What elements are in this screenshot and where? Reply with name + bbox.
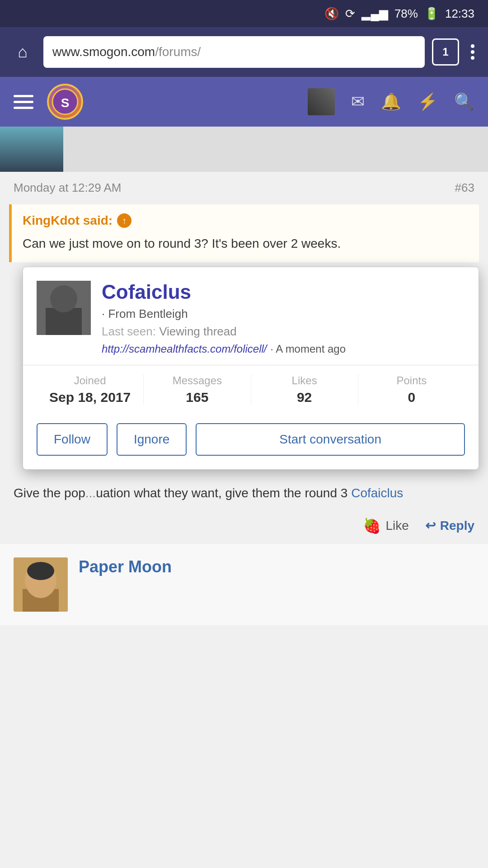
last-seen-label: Last seen: [102, 325, 156, 338]
cofaiclus-link[interactable]: Cofaiclus [351, 486, 403, 500]
quote-author: KingKdot said: ↑ [23, 213, 468, 228]
ignore-button[interactable]: Ignore [117, 423, 187, 456]
messages-label: Messages [144, 374, 250, 387]
tab-button[interactable]: 1 [432, 38, 459, 66]
profile-info: Cofaiclus · From Bentleigh Last seen: Vi… [102, 281, 465, 356]
profile-popup-overlay: Cofaiclus · From Bentleigh Last seen: Vi… [9, 267, 479, 470]
signal-icon: ▂▄▆ [361, 7, 388, 21]
stat-likes: Likes 92 [251, 374, 358, 405]
quote-block: KingKdot said: ↑ Can we just move on to … [9, 204, 479, 262]
browser-menu-button[interactable] [466, 44, 479, 60]
follow-button[interactable]: Follow [37, 423, 108, 456]
lightning-icon[interactable]: ⚡ [418, 92, 438, 111]
profile-url-line: http://scamhealthfacts.com/folicell/ · A… [102, 341, 465, 356]
reply-button[interactable]: ↩ Reply [425, 517, 474, 534]
search-icon[interactable]: 🔍 [454, 92, 474, 111]
post-meta: Monday at 12:29 AM #63 [0, 172, 488, 204]
post-body: Give the pop...uation what they want, gi… [0, 479, 488, 508]
home-icon: ⌂ [18, 42, 28, 61]
home-button[interactable]: ⌂ [9, 38, 36, 66]
start-conversation-button[interactable]: Start conversation [196, 423, 465, 456]
joined-label: Joined [37, 374, 143, 387]
points-count: 0 [358, 390, 465, 405]
mail-icon[interactable]: ✉ [351, 92, 365, 111]
last-seen-status: Viewing thread [159, 325, 237, 338]
status-bar: 🔇 ⟳ ▂▄▆ 78% 🔋 12:33 [0, 0, 488, 27]
post-timestamp: Monday at 12:29 AM [14, 181, 121, 195]
next-post-name[interactable]: Paper Moon [79, 557, 474, 576]
bell-icon[interactable]: 🔔 [381, 92, 401, 111]
quote-text: Can we just move on to round 3? It's bee… [23, 234, 468, 253]
battery-text: 78% [394, 7, 418, 21]
sync-icon: ⟳ [345, 7, 355, 21]
next-post-info: Paper Moon [79, 557, 474, 576]
profile-actions: Follow Ignore Start conversation [23, 414, 479, 469]
profile-url[interactable]: http://scamhealthfacts.com/folicell/ [102, 343, 267, 355]
points-label: Points [358, 374, 465, 387]
svg-text:S: S [61, 96, 70, 110]
app-logo[interactable]: S [47, 84, 83, 120]
url-domain: www.smogon.com [52, 45, 155, 59]
likes-count: 92 [251, 390, 358, 405]
like-label: Like [385, 519, 408, 533]
status-icons: 🔇 ⟳ ▂▄▆ 78% 🔋 12:33 [324, 7, 474, 21]
svg-rect-4 [50, 285, 77, 312]
time-display: 12:33 [445, 7, 474, 21]
profile-stats: Joined Sep 18, 2017 Messages 165 Likes 9… [23, 365, 479, 414]
url-path: /forums/ [155, 45, 201, 59]
browser-bar: ⌂ www.smogon.com /forums/ 1 [0, 27, 488, 77]
like-button[interactable]: 🍓 Like [363, 517, 408, 534]
post-body-text: Give the pop...uation what they want, gi… [14, 486, 351, 500]
like-icon: 🍓 [363, 517, 381, 534]
profile-last-seen: Last seen: Viewing thread [102, 325, 465, 339]
svg-point-8 [27, 562, 54, 580]
likes-label: Likes [251, 374, 358, 387]
profile-avatar [37, 281, 91, 335]
messages-count: 165 [144, 390, 250, 405]
profile-moment: · A moment ago [270, 343, 346, 355]
stat-points: Points 0 [358, 374, 465, 405]
app-nav-bar: S ✉ 🔔 ⚡ 🔍 [0, 77, 488, 127]
quote-author-name: KingKdot said: [23, 213, 113, 228]
battery-icon: 🔋 [424, 7, 439, 21]
post-image-area [0, 127, 488, 172]
hamburger-menu[interactable] [14, 95, 33, 109]
reply-label: Reply [440, 519, 474, 533]
next-post-avatar [14, 557, 68, 612]
tab-count: 1 [442, 46, 448, 58]
url-bar[interactable]: www.smogon.com /forums/ [43, 36, 425, 68]
stat-joined: Joined Sep 18, 2017 [37, 374, 143, 405]
next-post-preview: Paper Moon [0, 544, 488, 625]
user-avatar[interactable] [308, 88, 335, 115]
reply-icon: ↩ [425, 518, 436, 533]
profile-card: Cofaiclus · From Bentleigh Last seen: Vi… [23, 267, 479, 470]
stat-messages: Messages 165 [143, 374, 250, 405]
mute-icon: 🔇 [324, 7, 339, 21]
post-actions: 🍓 Like ↩ Reply [0, 508, 488, 544]
quote-arrow-icon: ↑ [117, 213, 131, 228]
profile-name: Cofaiclus [102, 281, 465, 303]
joined-date: Sep 18, 2017 [37, 390, 143, 405]
nav-icons: ✉ 🔔 ⚡ 🔍 [308, 88, 474, 115]
post-number: #63 [455, 181, 474, 195]
profile-card-header: Cofaiclus · From Bentleigh Last seen: Vi… [23, 267, 479, 365]
profile-location: · From Bentleigh [102, 307, 465, 321]
